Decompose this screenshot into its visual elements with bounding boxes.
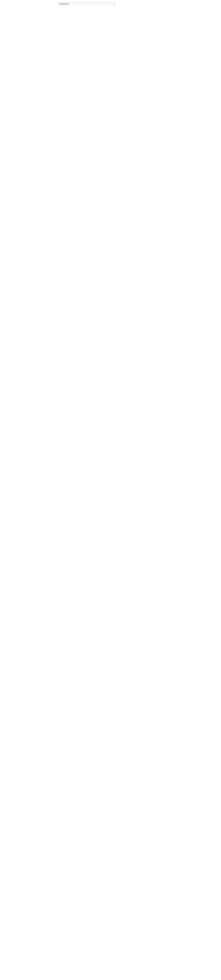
attributes-label: attributes [59, 3, 69, 5]
